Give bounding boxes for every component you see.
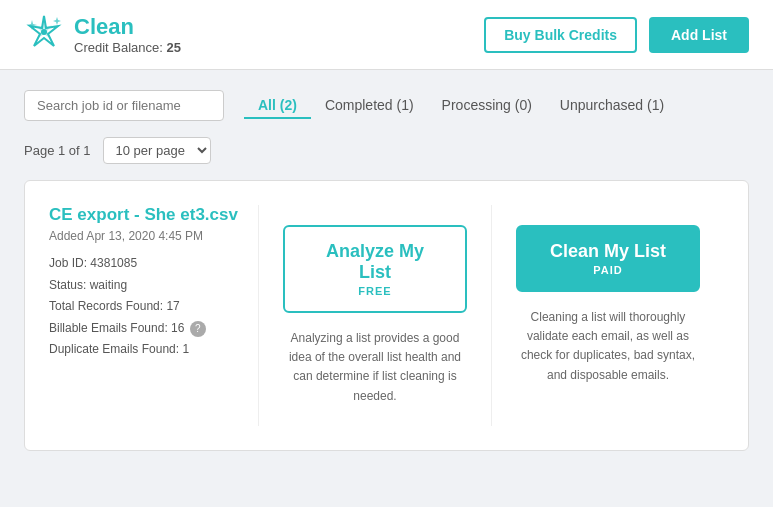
tab-completed[interactable]: Completed (1): [311, 93, 428, 119]
clean-subtitle: PAID: [546, 264, 670, 276]
job-filename: CE export - She et3.csv: [49, 205, 238, 225]
pagination-row: Page 1 of 1 10 per page 25 per page 50 p…: [24, 137, 749, 164]
credit-balance: Credit Balance: 25: [74, 40, 181, 55]
job-status: Status: waiting: [49, 275, 238, 297]
per-page-select[interactable]: 10 per page 25 per page 50 per page: [103, 137, 211, 164]
search-input[interactable]: [24, 90, 224, 121]
action-panels: Analyze My List FREE Analyzing a list pr…: [259, 205, 724, 426]
header-actions: Buy Bulk Credits Add List: [484, 17, 749, 53]
job-info: CE export - She et3.csv Added Apr 13, 20…: [49, 205, 259, 426]
clean-logo-icon: [24, 12, 64, 57]
clean-title: Clean My List: [546, 241, 670, 262]
analyze-description: Analyzing a list provides a good idea of…: [283, 329, 467, 406]
buy-bulk-credits-button[interactable]: Buy Bulk Credits: [484, 17, 637, 53]
analyze-panel: Analyze My List FREE Analyzing a list pr…: [259, 205, 492, 426]
clean-button[interactable]: Clean My List PAID: [516, 225, 700, 292]
job-duplicate-emails: Duplicate Emails Found: 1: [49, 339, 238, 361]
content: All (2) Completed (1) Processing (0) Unp…: [0, 70, 773, 471]
job-card: CE export - She et3.csv Added Apr 13, 20…: [24, 180, 749, 451]
logo-area: Clean Credit Balance: 25: [24, 12, 181, 57]
job-total-records: Total Records Found: 17: [49, 296, 238, 318]
logo-text-group: Clean Credit Balance: 25: [74, 14, 181, 55]
analyze-subtitle: FREE: [313, 285, 437, 297]
clean-description: Cleaning a list will thoroughly validate…: [516, 308, 700, 385]
filter-row: All (2) Completed (1) Processing (0) Unp…: [24, 90, 749, 121]
header: Clean Credit Balance: 25 Buy Bulk Credit…: [0, 0, 773, 70]
page-label: Page 1 of 1: [24, 143, 91, 158]
job-billable-emails: Billable Emails Found: 16 ?: [49, 318, 238, 340]
job-id: Job ID: 4381085: [49, 253, 238, 275]
tab-processing[interactable]: Processing (0): [428, 93, 546, 119]
tab-all[interactable]: All (2): [244, 93, 311, 119]
clean-panel: Clean My List PAID Cleaning a list will …: [492, 205, 724, 426]
analyze-button[interactable]: Analyze My List FREE: [283, 225, 467, 313]
job-date: Added Apr 13, 2020 4:45 PM: [49, 229, 238, 243]
analyze-title: Analyze My List: [313, 241, 437, 283]
logo-title: Clean: [74, 14, 181, 40]
tab-unpurchased[interactable]: Unpurchased (1): [546, 93, 678, 119]
help-icon[interactable]: ?: [190, 321, 206, 337]
job-meta: Job ID: 4381085 Status: waiting Total Re…: [49, 253, 238, 361]
tabs: All (2) Completed (1) Processing (0) Unp…: [244, 93, 678, 119]
svg-point-0: [41, 29, 47, 35]
add-list-button[interactable]: Add List: [649, 17, 749, 53]
